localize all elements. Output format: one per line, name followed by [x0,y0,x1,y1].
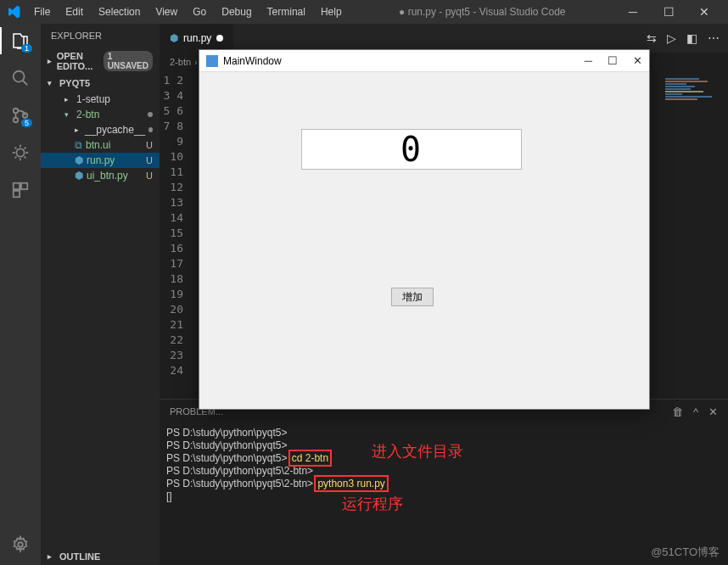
svg-point-0 [14,71,25,82]
terminal-body[interactable]: PS D:\study\python\pyqt5> PS D:\study\py… [160,423,728,565]
terminal-line: PS D:\study\python\pyqt5> [166,452,290,464]
dialog-titlebar[interactable]: MainWindow ─ ☐ ✕ [199,50,649,72]
lcd-value: 0 [400,130,423,169]
folder-2-btn[interactable]: ▾ 2-btn [41,107,160,122]
close-panel-icon[interactable]: ✕ [708,406,718,418]
sidebar-title: EXPLORER [51,31,102,41]
outline-section[interactable]: ▸ OUTLINE [41,548,160,565]
minimap[interactable] [660,71,728,399]
close-button[interactable]: ✕ [687,0,721,24]
terminal-panel: PROBLEM... 🗑 ^ ✕ PS D:\study\python\pyqt… [160,399,728,565]
terminal-line: PS D:\study\python\pyqt5\2-btn> [166,478,316,489]
dialog-minimize-button[interactable]: ─ [585,54,592,67]
increment-button[interactable]: 增加 [391,288,434,306]
window-title: ● run.py - pyqt5 - Visual Studio Code [349,6,616,18]
menu-help[interactable]: Help [314,3,349,21]
settings-icon[interactable] [10,534,31,555]
open-editors-section[interactable]: ▸ OPEN EDITO... 1 UNSAVED [41,48,160,75]
git-status: U [146,171,153,181]
line-numbers: 1 2 3 4 5 6 7 8 9 10 11 12 13 14 15 16 1… [160,71,193,399]
menu-bar: File Edit Selection View Go Debug Termin… [27,3,349,21]
maximize-button[interactable]: ☐ [652,0,686,24]
file-icon: ⧉ [75,139,82,151]
menu-view[interactable]: View [148,3,184,21]
terminal-cursor: [] [166,490,172,502]
menu-selection[interactable]: Selection [92,3,147,21]
open-editors-label: OPEN EDITO... [57,51,100,71]
minimize-button[interactable]: ─ [616,0,650,24]
tree-item-label: 1-setup [76,93,110,105]
chevron-right-icon: › [194,57,198,67]
dialog-maximize-button[interactable]: ☐ [608,54,618,67]
dialog-title-text: MainWindow [223,55,282,67]
menu-file[interactable]: File [27,3,57,21]
file-ui-btn-py[interactable]: ⬢ ui_btn.py U [41,168,160,183]
trash-icon[interactable]: 🗑 [672,406,683,418]
file-run-py[interactable]: ⬢ run.py U [41,153,160,168]
search-icon[interactable] [10,68,31,88]
unsaved-badge: 1 UNSAVED [104,51,153,71]
sidebar: EXPLORER ▸ OPEN EDITO... 1 UNSAVED ▾ PYQ… [41,24,160,565]
python-file-icon: ⬢ [170,32,178,44]
menu-debug[interactable]: Debug [215,3,258,21]
dialog-body: 0 增加 [199,72,649,409]
svg-point-5 [16,148,24,156]
workspace-section[interactable]: ▾ PYQT5 [41,75,160,92]
svg-line-1 [23,81,28,86]
svg-rect-6 [14,183,20,189]
split-editor-icon[interactable]: ◧ [686,31,697,45]
highlighted-command-1: cd 2-btn [290,451,330,465]
modified-dot-icon [148,112,153,117]
dialog-close-button[interactable]: ✕ [633,54,642,67]
terminal-line: PS D:\study\python\pyqt5\2-btn> [166,465,313,477]
folder-pycache[interactable]: ▸ __pycache__ [41,122,160,137]
git-status: U [146,140,153,150]
menu-go[interactable]: Go [186,3,213,21]
compare-changes-icon[interactable]: ⇆ [647,31,657,45]
terminal-line: PS D:\study\python\pyqt5> [166,439,287,451]
folder-1-setup[interactable]: ▸ 1-setup [41,92,160,107]
more-actions-icon[interactable]: ⋯ [708,31,720,45]
chevron-right-icon: ▸ [64,95,73,103]
tree-item-label: ui_btn.py [87,170,128,182]
source-control-icon[interactable]: 5 [10,105,31,126]
run-icon[interactable]: ▷ [667,31,676,45]
annotation-1: 进入文件目录 [372,445,463,458]
modified-dot-icon [148,127,153,132]
watermark: @51CTO博客 [651,545,720,560]
menu-edit[interactable]: Edit [59,3,90,21]
pyqt-mainwindow-dialog: MainWindow ─ ☐ ✕ 0 增加 [199,49,650,410]
activity-bar: 1 5 [0,24,41,565]
editor-tabs: ⬢ run.py ⇆ ▷ ◧ ⋯ [160,24,728,53]
debug-icon[interactable] [10,143,31,163]
tree-item-label: __pycache__ [85,124,145,136]
menu-terminal[interactable]: Terminal [260,3,312,21]
tab-label: run.py [183,32,211,44]
tab-actions: ⇆ ▷ ◧ ⋯ [647,31,728,45]
svg-point-3 [14,118,19,123]
vscode-logo-icon [7,5,20,19]
python-file-icon: ⬢ [75,154,83,166]
window-controls: ─ ☐ ✕ [616,0,721,24]
svg-rect-8 [14,191,20,197]
titlebar: File Edit Selection View Go Debug Termin… [0,0,728,24]
workspace-name: PYQT5 [59,78,90,88]
python-file-icon: ⬢ [75,170,83,182]
file-btn-ui[interactable]: ⧉ btn.ui U [41,137,160,153]
chevron-down-icon: ▾ [48,79,56,87]
annotation-2: 运行程序 [342,498,403,511]
tab-run-py[interactable]: ⬢ run.py [160,24,233,53]
scm-badge: 5 [21,119,32,127]
extensions-icon[interactable] [10,180,31,200]
cmd-text: python3 run.py [317,478,384,489]
sidebar-header: EXPLORER [41,24,160,48]
breadcrumb-item[interactable]: 2-btn [170,57,191,67]
app-icon [206,55,218,67]
tab-modified-icon[interactable] [216,35,223,42]
svg-point-2 [14,109,19,114]
explorer-icon[interactable]: 1 [10,31,31,51]
explorer-badge: 1 [21,44,32,53]
chevron-right-icon: ▸ [48,552,56,561]
highlighted-command-2: python3 run.py [316,477,386,490]
maximize-panel-icon[interactable]: ^ [693,406,698,418]
